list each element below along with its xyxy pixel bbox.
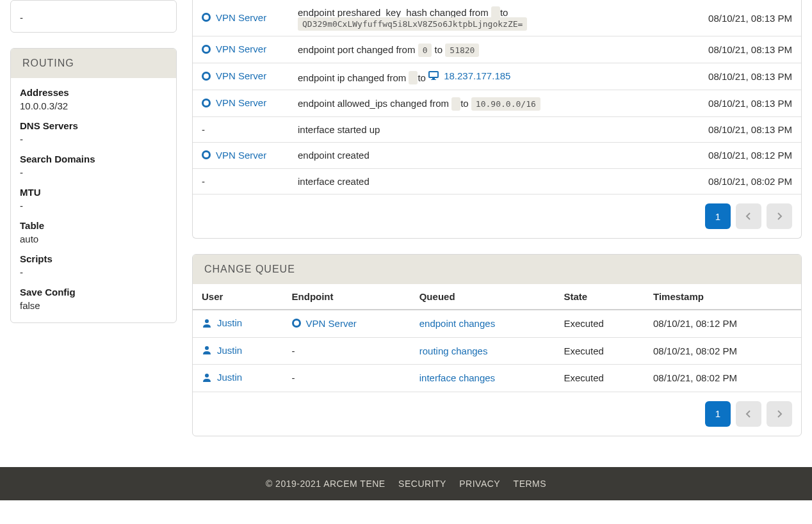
log-message: endpoint preshared_key_hash changed from… [289,0,699,36]
user-icon [202,318,212,328]
log-row: VPN Serverendpoint ip changed from to 18… [193,63,801,90]
log-page-next[interactable] [767,203,792,229]
queue-page-1[interactable]: 1 [705,401,731,427]
log-timestamp: 08/10/21, 08:13 PM [699,36,801,63]
endpoint-link[interactable]: VPN Server [292,318,357,329]
endpoint-empty: - [292,372,295,383]
endpoint-name: VPN Server [216,12,266,23]
routing-field-value: - [20,134,167,145]
queue-row: JustinVPN Serverendpoint changesExecuted… [193,310,801,337]
log-timestamp: 08/10/21, 08:13 PM [699,90,801,117]
chevron-right-icon [776,409,783,418]
queue-header-user: User [193,284,283,310]
log-message: interface created [289,169,699,195]
queue-state: Executed [555,310,644,337]
endpoint-link[interactable]: VPN Server [202,97,266,108]
svg-rect-0 [429,72,438,77]
routing-field-label: DNS Servers [20,120,167,131]
endpoint-name: VPN Server [216,44,266,54]
queue-row: Justin-interface changesExecuted08/10/21… [193,365,801,392]
log-message: endpoint created [289,142,699,169]
change-queue-table: User Endpoint Queued State Timestamp Jus… [193,284,801,392]
svg-rect-2 [431,79,436,80]
log-timestamp: 08/10/21, 08:02 PM [699,169,801,195]
endpoint-name: VPN Server [216,150,266,161]
endpoint-link[interactable]: VPN Server [202,12,266,23]
routing-field-value: 10.0.0.3/32 [20,100,167,111]
code-value [409,71,418,84]
chevron-right-icon [776,212,783,221]
user-link[interactable]: Justin [202,372,242,383]
queue-state: Executed [555,337,644,365]
endpoint-link[interactable]: VPN Server [202,44,266,54]
queued-link[interactable]: interface changes [419,372,495,383]
queue-state: Executed [555,365,644,392]
log-row: VPN Serverendpoint preshared_key_hash ch… [193,0,801,36]
code-value [451,97,460,111]
circle-icon [202,99,211,107]
queue-header-endpoint: Endpoint [283,284,410,310]
chevron-left-icon [745,212,752,221]
display-icon [428,70,439,81]
code-value: QD329m0CxLWyfuffwq5i8LxV8Z5o6JktpbLjngok… [298,17,527,31]
queued-link[interactable]: endpoint changes [419,318,495,329]
endpoint-empty: - [202,124,205,135]
queue-pagination: 1 [193,392,801,436]
queue-page-prev[interactable] [736,401,761,427]
routing-field-value: - [20,200,167,211]
log-row: -interface created08/10/21, 08:02 PM [193,169,801,195]
svg-point-3 [205,319,209,323]
circle-icon [202,150,211,159]
log-message: endpoint port changed from 0 to 51820 [289,36,699,63]
log-pagination: 1 [193,195,801,238]
log-timestamp: 08/10/21, 08:13 PM [699,116,801,142]
chevron-left-icon [745,409,752,418]
footer-link-security[interactable]: SECURITY [398,479,446,489]
routing-field-label: Addresses [20,87,167,98]
user-link[interactable]: Justin [202,317,242,328]
queue-header-queued: Queued [410,284,555,310]
queued-link[interactable]: routing changes [419,345,488,356]
endpoint-name: VPN Server [216,70,266,81]
footer: © 2019-2021 ARCEM TENE SECURITY PRIVACY … [0,467,812,500]
queue-header-state: State [555,284,644,310]
circle-icon [202,72,211,81]
log-timestamp: 08/10/21, 08:12 PM [699,142,801,169]
endpoint-link[interactable]: VPN Server [202,150,266,161]
circle-icon [202,13,211,22]
log-page-prev[interactable] [736,203,761,229]
svg-point-4 [205,346,209,350]
log-message: interface started up [289,116,699,142]
routing-field-value: - [20,267,167,278]
log-row: VPN Serverendpoint created08/10/21, 08:1… [193,142,801,169]
change-queue-card: CHANGE QUEUE User Endpoint Queued State … [192,254,802,436]
routing-card-title: ROUTING [11,49,176,78]
queue-page-next[interactable] [767,401,792,427]
routing-field-label: Save Config [20,287,167,298]
ip-link[interactable]: 18.237.177.185 [428,70,510,81]
sidebar-top-card: - [10,0,177,33]
user-icon [202,372,212,383]
log-table: VPN Serverendpoint preshared_key_hash ch… [193,0,801,195]
footer-link-privacy[interactable]: PRIVACY [459,479,500,489]
circle-icon [292,319,301,328]
routing-field-value: false [20,300,167,311]
change-queue-title: CHANGE QUEUE [193,255,801,284]
log-row: -interface started up08/10/21, 08:13 PM [193,116,801,142]
code-value: 10.90.0.0/16 [471,97,540,111]
queue-row: Justin-routing changesExecuted08/10/21, … [193,337,801,365]
circle-icon [202,45,211,54]
endpoint-name: VPN Server [306,318,357,329]
user-icon [202,345,212,355]
sidebar-top-value: - [20,12,167,23]
log-timestamp: 08/10/21, 08:13 PM [699,0,801,36]
log-message: endpoint allowed_ips changed from to 10.… [289,90,699,117]
endpoint-name: VPN Server [216,97,266,108]
queue-timestamp: 08/10/21, 08:02 PM [644,365,801,392]
routing-card: ROUTING Addresses10.0.0.3/32DNS Servers-… [10,48,177,323]
log-page-1[interactable]: 1 [705,203,731,229]
user-link[interactable]: Justin [202,345,242,356]
log-message: endpoint ip changed from to 18.237.177.1… [289,63,699,90]
footer-link-terms[interactable]: TERMS [514,479,547,489]
endpoint-link[interactable]: VPN Server [202,70,266,81]
